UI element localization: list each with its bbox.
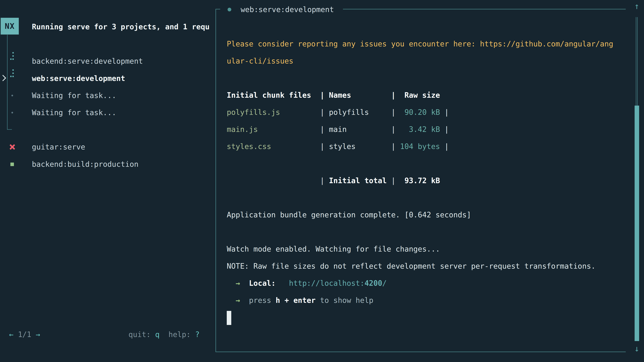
task-label: guitar:serve — [32, 138, 85, 156]
terminal-line: → Local: http://localhost:4200/ — [227, 275, 626, 292]
task-row[interactable]: Waiting for task... — [0, 104, 216, 121]
panel-border-left — [216, 9, 216, 352]
quit-key[interactable]: q — [155, 330, 160, 339]
terminal-text: 104 bytes — [400, 142, 440, 151]
terminal-text: ular-cli/issues — [227, 57, 293, 65]
success-square-icon — [10, 163, 14, 166]
local-url-link[interactable]: http://localhost: — [289, 279, 364, 287]
terminal-line: → press h + enter to show help — [227, 292, 626, 309]
terminal-line: main.js | main | 3.42 kB | — [227, 121, 626, 138]
terminal-text: | — [440, 142, 449, 151]
waiting-dot-icon — [12, 95, 13, 96]
task-row[interactable]: backend:serve:development — [0, 53, 216, 70]
pager: ← 1/1 → — [9, 326, 40, 343]
terminal-text: | main | — [258, 125, 409, 134]
terminal-text: 90.20 kB — [404, 108, 440, 116]
terminal-line: Application bundle generation complete. … — [227, 206, 626, 223]
terminal-line — [227, 189, 626, 206]
terminal-text: Watch mode enabled. Watching for file ch… — [227, 245, 440, 253]
task-label: Waiting for task... — [32, 104, 116, 121]
pager-prev-icon[interactable]: ← — [9, 330, 14, 339]
waiting-dot-icon — [12, 112, 13, 113]
terminal-text: polyfills.js — [227, 108, 280, 116]
task-sidebar: NX Running serve for 3 projects, and 1 r… — [0, 0, 216, 362]
local-url-link[interactable]: 4200 — [364, 279, 382, 287]
task-label: Waiting for task... — [32, 87, 116, 104]
spinner-icon — [10, 69, 14, 77]
running-status-dot-icon — [228, 8, 231, 11]
task-row[interactable]: backend:build:production — [0, 156, 216, 173]
task-label: backend:serve:development — [32, 53, 143, 70]
scrollbar-track[interactable] — [636, 17, 638, 106]
terminal-text: | — [227, 176, 329, 185]
terminal-text: | polyfills | — [280, 108, 404, 116]
terminal-text: 3.42 kB — [409, 125, 440, 134]
pager-next-icon[interactable]: → — [36, 330, 40, 339]
terminal-text: | — [440, 108, 449, 116]
terminal-line — [227, 223, 626, 241]
panel-title: web:serve:development — [241, 1, 334, 18]
terminal-text: Local: — [249, 279, 276, 287]
spinner-icon — [10, 52, 14, 60]
terminal-line — [227, 309, 626, 326]
terminal-line: NOTE: Raw file sizes do not reflect deve… — [227, 258, 626, 275]
task-label: web:serve:development — [32, 70, 125, 87]
terminal-text — [276, 279, 289, 287]
terminal-text: Initial chunk files | Names | Raw size — [227, 91, 440, 99]
failed-cross-icon — [10, 144, 15, 150]
terminal-text: | — [440, 125, 449, 134]
task-row[interactable]: web:serve:development — [0, 70, 216, 87]
task-row[interactable]: Waiting for task... — [0, 87, 216, 104]
quit-hint-label: quit: — [128, 330, 150, 339]
terminal-text: Please consider reporting any issues you… — [227, 39, 613, 48]
terminal-line: Please consider reporting any issues you… — [227, 35, 626, 52]
terminal-line — [227, 155, 626, 172]
arrow-right-icon: → — [236, 279, 240, 287]
terminal-line: | Initial total | 93.72 kB — [227, 172, 626, 189]
scrollbar-thumb[interactable] — [634, 106, 639, 341]
scroll-down-icon[interactable]: ↓ — [632, 345, 641, 353]
terminal-text: Application bundle generation complete. … — [227, 211, 471, 219]
terminal-text: | — [387, 176, 404, 185]
arrow-right-icon: → — [236, 296, 240, 305]
panel-border-top — [216, 9, 220, 9]
terminal-line: polyfills.js | polyfills | 90.20 kB | — [227, 104, 626, 121]
selected-caret-icon — [0, 75, 6, 81]
scroll-up-icon[interactable]: ↑ — [632, 2, 641, 10]
task-row[interactable]: guitar:serve — [0, 138, 216, 156]
terminal-text — [240, 279, 249, 287]
terminal-text: main.js — [227, 125, 258, 134]
terminal-line: styles.css | styles | 104 bytes | — [227, 138, 626, 155]
terminal-text: press — [249, 296, 276, 305]
local-url-link[interactable]: / — [382, 279, 387, 287]
terminal-line — [227, 69, 626, 87]
terminal-line: ular-cli/issues — [227, 52, 626, 69]
panel-border-bottom — [216, 352, 626, 352]
page-title: Running serve for 3 projects, and 1 requ — [32, 18, 210, 35]
terminal-text: 93.72 kB — [404, 176, 440, 185]
terminal-text — [240, 296, 249, 305]
pager-label: 1/1 — [18, 330, 31, 339]
panel-title-rule — [343, 9, 626, 9]
terminal-cursor — [227, 311, 231, 325]
terminal-text — [227, 296, 236, 305]
help-hint-label: help: — [168, 330, 190, 339]
help-key[interactable]: ? — [195, 330, 200, 339]
terminal-text: styles.css — [227, 142, 271, 151]
terminal-text: to show help — [316, 296, 373, 305]
terminal-lines: Please consider reporting any issues you… — [227, 35, 626, 326]
terminal-text: h + enter — [276, 296, 316, 305]
task-label: backend:build:production — [32, 156, 138, 173]
terminal-text: Initial total — [329, 176, 386, 185]
hints-bar: quit: q help: ? — [128, 326, 200, 343]
terminal-line: Initial chunk files | Names | Raw size — [227, 87, 626, 104]
terminal-text: NOTE: Raw file sizes do not reflect deve… — [227, 262, 596, 270]
nx-logo: NX — [1, 18, 19, 34]
terminal-text — [227, 279, 236, 287]
terminal-text: | styles | — [271, 142, 400, 151]
terminal-line: Watch mode enabled. Watching for file ch… — [227, 241, 626, 258]
